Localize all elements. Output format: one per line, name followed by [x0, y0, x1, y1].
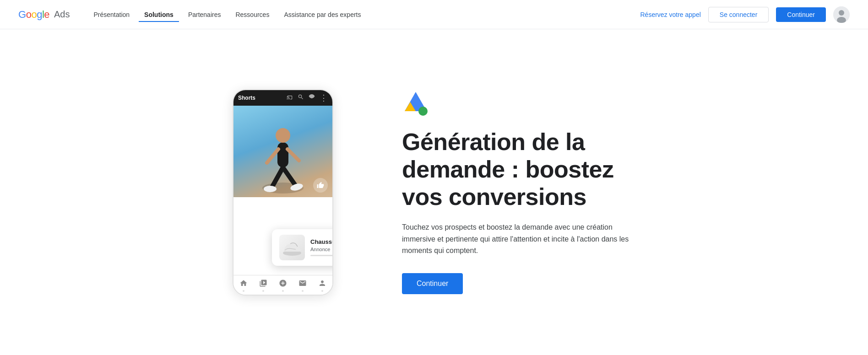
ad-card-wrapper: Chaussures de sport Annonce	[233, 197, 332, 238]
ad-price-line	[310, 255, 333, 256]
add-icon	[279, 279, 287, 289]
home-icon	[239, 279, 248, 289]
ad-product-title: Chaussures de sport	[310, 238, 333, 246]
inbox-icon	[298, 279, 307, 289]
ad-card: Chaussures de sport Annonce	[272, 229, 333, 266]
video-area	[233, 106, 332, 197]
ad-product-image	[279, 235, 305, 260]
svg-line-10	[267, 149, 278, 163]
cast-icon[interactable]	[287, 94, 293, 102]
shorts-icons: ⋮	[287, 93, 328, 103]
shorts-nav-icon	[259, 279, 267, 289]
avatar[interactable]	[833, 6, 850, 23]
phone-mockup: Shorts ⋮	[210, 89, 356, 296]
shorts-bar: Shorts ⋮	[233, 90, 332, 106]
signin-button[interactable]: Se connecter	[708, 7, 769, 22]
svg-point-15	[418, 107, 428, 116]
svg-point-5	[276, 128, 290, 143]
svg-line-11	[288, 149, 299, 161]
hero-text: Génération de la demande : boostez vos c…	[402, 90, 658, 294]
svg-point-1	[839, 10, 844, 16]
shorts-label: Shorts	[238, 95, 255, 101]
ads-label: Ads	[54, 9, 70, 20]
svg-point-8	[264, 186, 277, 192]
nav-partenaires[interactable]: Partenaires	[183, 7, 227, 22]
hero-title: Génération de la demande : boostez vos c…	[402, 129, 658, 210]
nav-links: Présentation Solutions Partenaires Resso…	[88, 7, 640, 22]
search-icon[interactable]	[298, 94, 304, 102]
call-link[interactable]: Réservez votre appel	[640, 11, 701, 18]
google-ads-logo-icon	[402, 90, 658, 119]
phone-bottom-nav	[233, 275, 332, 295]
ad-info: Chaussures de sport Annonce	[310, 238, 333, 257]
nav-actions: Réservez votre appel Se connecter Contin…	[640, 6, 850, 23]
runner-illustration	[242, 115, 324, 197]
ad-product-subtitle: Annonce	[310, 247, 333, 252]
nav-shorts[interactable]	[259, 279, 267, 292]
navbar: Google Ads Présentation Solutions Parten…	[0, 0, 868, 29]
nav-presentation[interactable]: Présentation	[88, 7, 135, 22]
google-logo: Google	[18, 9, 49, 21]
profile-icon	[318, 279, 326, 289]
nav-inbox[interactable]	[298, 279, 307, 292]
more-icon[interactable]: ⋮	[320, 93, 328, 103]
logo-link[interactable]: Google Ads	[18, 9, 70, 21]
svg-rect-4	[277, 142, 288, 167]
like-button[interactable]	[313, 178, 328, 193]
phone-frame: Shorts ⋮	[233, 89, 333, 296]
hero-section: Shorts ⋮	[0, 29, 868, 355]
continue-button-nav[interactable]: Continuer	[776, 7, 826, 22]
nav-ressources[interactable]: Ressources	[230, 7, 275, 22]
nav-assistance[interactable]: Assistance par des experts	[278, 7, 366, 22]
continue-button-hero[interactable]: Continuer	[402, 273, 463, 294]
nav-home[interactable]	[239, 279, 248, 292]
nav-solutions[interactable]: Solutions	[139, 7, 179, 22]
hero-description: Touchez vos prospects et boostez la dema…	[402, 221, 631, 257]
camera-icon[interactable]	[309, 94, 315, 102]
nav-profile[interactable]	[318, 279, 326, 292]
nav-add[interactable]	[279, 279, 287, 292]
